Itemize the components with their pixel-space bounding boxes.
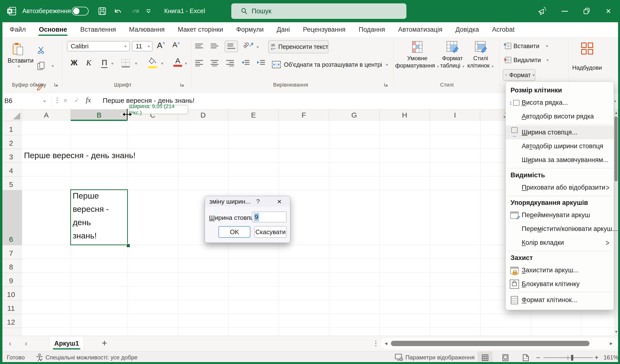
paste-label[interactable]: Вставити — [7, 57, 34, 64]
bold-button[interactable]: Ж — [71, 58, 78, 67]
orientation-chevron-icon[interactable]: ∨ — [256, 45, 259, 49]
font-name-combo[interactable]: Calibri ∨ — [67, 41, 130, 51]
view-normal-button[interactable] — [478, 351, 493, 364]
vertical-scrollbar[interactable]: ▲ ▼ — [614, 109, 619, 336]
scroll-right-icon[interactable]: ▶ — [610, 341, 613, 345]
menu-item[interactable]: ↕Висота рядка... — [506, 96, 614, 110]
scroll-left-icon[interactable]: ◀ — [385, 341, 388, 345]
display-settings-label[interactable]: Параметри відображення — [405, 354, 475, 361]
vertical-scrollbar-thumb[interactable] — [614, 116, 618, 181]
menu-item[interactable]: Автодобір ширини стовпця — [506, 139, 614, 153]
column-width-input[interactable]: 9 — [252, 212, 287, 222]
ok-button[interactable]: OK — [218, 226, 250, 238]
scroll-down-icon[interactable]: ▼ — [614, 330, 618, 334]
ribbon-tab[interactable]: Автоматизація — [397, 22, 443, 37]
row-header-8[interactable]: 8 — [0, 259, 22, 273]
next-sheet-icon[interactable]: › — [25, 339, 27, 348]
scroll-up-icon[interactable]: ▲ — [614, 111, 618, 114]
merge-center-button[interactable]: Об'єднати та розташувати в центрі ∨ — [272, 58, 388, 71]
row-header-11[interactable]: 11 — [0, 300, 22, 314]
restore-button[interactable] — [579, 3, 594, 19]
decrease-font-button[interactable]: A∨ — [172, 41, 180, 49]
menu-item[interactable]: Захистити аркуш... — [506, 263, 614, 277]
dialog-title-bar[interactable]: зміну ширин... ? × — [205, 196, 290, 207]
dialog-help-icon[interactable]: ? — [256, 198, 260, 205]
excel-app-icon[interactable] — [7, 6, 16, 16]
italic-button[interactable]: К — [86, 58, 91, 67]
menu-item[interactable]: ✎Перейменувати аркуш — [506, 208, 614, 222]
ribbon-tab[interactable]: Подання — [358, 22, 386, 37]
feedback-megaphone-icon[interactable] — [537, 6, 547, 16]
ribbon-tab[interactable]: Довідка — [455, 22, 480, 37]
menu-item[interactable]: Перемістити/копіювати аркуш... — [506, 222, 614, 236]
close-button[interactable]: × — [601, 3, 616, 19]
align-left-icon[interactable] — [195, 59, 203, 66]
menu-item[interactable]: Формат клітинок... — [506, 293, 614, 307]
row-header-1[interactable]: 1 — [0, 121, 22, 135]
orientation-button[interactable]: ab — [243, 42, 254, 48]
cut-icon[interactable] — [37, 46, 45, 54]
zoom-slider-track[interactable] — [543, 357, 593, 358]
row-header-6[interactable]: 6 — [0, 190, 22, 245]
cell-styles-button[interactable]: Стилі клітинок ∨ — [463, 41, 498, 70]
ribbon-tab[interactable]: Макет сторінки — [177, 22, 224, 37]
name-box[interactable]: B6 — [4, 97, 12, 105]
menu-item[interactable]: Приховати або відобразити> — [506, 181, 614, 194]
font-color-button[interactable]: A — [173, 57, 182, 67]
column-header-B[interactable]: B — [71, 109, 128, 121]
font-dialog-launcher-icon[interactable] — [180, 82, 185, 87]
delete-cells-button[interactable]: Видалити ∨ — [504, 56, 549, 64]
align-bottom-button[interactable] — [225, 41, 238, 52]
menu-item[interactable]: ↔Ширина стовпця... — [506, 126, 614, 139]
ribbon-tab[interactable]: Дані — [276, 22, 291, 37]
row-header-10[interactable]: 10 — [0, 287, 22, 300]
menu-item[interactable]: Ширина за замовчуванням... — [506, 153, 614, 167]
increase-font-button[interactable]: A∧ — [157, 41, 165, 50]
customize-toolbar-chevron-icon[interactable] — [145, 9, 152, 14]
cancel-entry-icon[interactable]: × — [63, 97, 67, 104]
row-header-2[interactable]: 2 — [0, 135, 22, 149]
accessibility-status-label[interactable]: Спеціальні можливості: усе добре — [46, 354, 138, 361]
select-all-button[interactable] — [0, 109, 22, 121]
add-sheet-icon[interactable]: + — [102, 338, 107, 348]
row-header-9[interactable]: 9 — [0, 273, 22, 287]
fill-handle[interactable] — [126, 244, 130, 248]
sheet-tab-active[interactable]: Аркуш1 — [50, 336, 83, 350]
row-header-5[interactable]: 5 — [0, 176, 22, 190]
row-header-4[interactable]: 4 — [0, 163, 22, 176]
borders-chevron-icon[interactable]: ∨ — [135, 61, 138, 65]
menu-item[interactable]: Автодобір висоти рядка — [506, 110, 614, 123]
font-color-chevron-icon[interactable]: ∨ — [185, 61, 187, 65]
copy-icon[interactable] — [37, 61, 45, 71]
row-header-12[interactable]: 12 — [0, 314, 22, 328]
underline-chevron-icon[interactable]: ∨ — [111, 61, 114, 65]
prev-sheet-icon[interactable]: ‹ — [9, 339, 11, 348]
horizontal-scrollbar[interactable]: ◀ ▶ — [381, 338, 618, 349]
zoom-slider-handle[interactable] — [571, 355, 573, 361]
view-page-layout-button[interactable] — [498, 351, 513, 364]
name-box-chevron-icon[interactable]: ∨ — [43, 100, 46, 102]
copy-chevron-icon[interactable]: ∨ — [51, 64, 54, 68]
increase-indent-icon[interactable] — [257, 59, 265, 66]
menu-item[interactable]: Колір вкладки> — [506, 236, 614, 250]
column-header-A[interactable]: A — [22, 109, 71, 121]
zoom-in-icon[interactable]: + — [595, 354, 598, 361]
undo-icon[interactable] — [113, 6, 123, 16]
accessibility-icon[interactable] — [36, 353, 43, 362]
insert-function-icon[interactable]: fx — [86, 96, 91, 104]
column-header-H[interactable]: H — [380, 109, 430, 121]
insert-cells-button[interactable]: Вставити ∨ — [504, 42, 549, 50]
fill-color-button[interactable] — [148, 58, 157, 68]
ribbon-tab[interactable]: Малювання — [128, 22, 166, 37]
align-top-icon[interactable] — [195, 43, 203, 50]
paste-button[interactable] — [12, 42, 24, 57]
horizontal-scrollbar-thumb[interactable] — [391, 341, 589, 346]
ribbon-tab[interactable]: Вставлення — [79, 22, 117, 37]
font-size-combo[interactable]: 11 ∨ — [132, 41, 152, 51]
align-right-icon[interactable] — [226, 59, 234, 66]
view-page-break-button[interactable] — [518, 351, 533, 364]
fill-color-chevron-icon[interactable]: ∨ — [161, 61, 164, 65]
confirm-entry-icon[interactable]: ✓ — [74, 97, 79, 104]
decrease-indent-icon[interactable] — [241, 59, 250, 66]
ribbon-tab[interactable]: Рецензування — [302, 22, 347, 37]
